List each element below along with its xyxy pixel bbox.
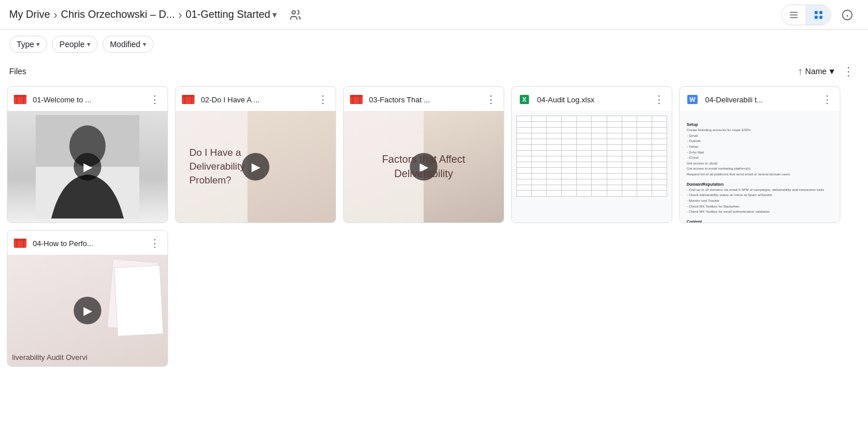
breadcrumb-root[interactable]: My Drive [9,9,50,21]
spreadsheet-preview [516,116,667,197]
svg-rect-27 [14,239,26,241]
grid-view-button[interactable] [806,5,831,25]
xlsx-icon: X [520,95,528,104]
people-filter[interactable]: People ▾ [52,36,98,53]
header: My Drive › Chris Orzechowski – D... › 01… [0,0,868,30]
grid-icon [813,10,824,20]
sort-more-button[interactable]: ⋮ [838,61,859,82]
file-card[interactable]: W 04-Deliverabili t... ⋮ Setup Create br… [679,86,840,223]
card-menu-button[interactable]: ⋮ [315,91,331,108]
shared-people-button[interactable] [284,3,307,26]
film-icon [181,93,195,106]
card-thumbnail: liverability Audit Overvi ▶ [7,255,167,366]
filter-bar: Type ▾ People ▾ Modified ▾ [0,30,868,59]
svg-rect-29 [23,239,24,248]
file-card[interactable]: 01-Welcome to ... ⋮ ▶ [7,86,168,223]
list-icon [789,10,799,20]
docx-icon: W [687,95,698,104]
sort-name-label: Name [805,67,827,76]
card-menu-button[interactable]: ⋮ [651,91,667,108]
modified-filter-arrow: ▾ [143,40,146,48]
card-title: 01-Welcome to ... [33,95,142,104]
people-filter-arrow: ▾ [87,40,90,48]
svg-rect-20 [184,95,185,104]
card-header: 04-How to Perfo... ⋮ [7,231,167,255]
svg-rect-12 [14,95,26,97]
svg-rect-6 [814,16,817,18]
play-button[interactable]: ▶ [74,153,101,181]
card-header: 03-Factors That ... ⋮ [344,87,504,111]
type-filter[interactable]: Type ▾ [9,36,47,53]
video-text-overlay: Factors that Affect Deliverability [344,152,504,181]
file-card[interactable]: 04-How to Perfo... ⋮ liverability Audit … [7,230,168,367]
svg-rect-5 [820,11,823,14]
card-title: 04-Deliverabili t... [705,95,814,104]
card-header: 02-Do I Have A ... ⋮ [176,87,336,111]
breadcrumb-folder2: 01-Getting Started [185,9,270,21]
breadcrumb-sep-1: › [54,8,58,21]
card-header: X 04-Audit Log.xlsx ⋮ [512,87,672,111]
chevron-down-icon: ▾ [272,9,277,20]
svg-rect-14 [23,95,24,104]
play-button[interactable]: ▶ [74,297,101,324]
video-file-icon [180,91,196,108]
card-menu-button[interactable]: ⋮ [819,91,835,108]
card-thumbnail: Do I Have a Deliverability Problem? ▶ [176,111,336,223]
card-menu-button[interactable]: ⋮ [147,91,163,108]
film-icon [349,93,363,106]
svg-rect-7 [820,16,823,18]
breadcrumb-sep-2: › [178,8,182,21]
card-title: 03-Factors That ... [369,95,478,104]
svg-rect-28 [16,239,17,248]
xlsx-file-icon: X [516,91,532,108]
svg-rect-19 [182,95,195,97]
header-actions [781,3,859,26]
sort-name-button[interactable]: Name ▼ [805,67,836,76]
video-file-icon [12,91,28,108]
info-icon [842,9,853,21]
card-thumbnail [512,111,672,223]
card-header: 01-Welcome to ... ⋮ [7,87,167,111]
video-file-icon [348,91,364,108]
sort-area: ↑ Name ▼ ⋮ [798,61,859,82]
card-menu-button[interactable]: ⋮ [147,235,163,251]
files-label: Files [9,67,798,76]
card-thumbnail: Setup Create branding accounts for major… [680,111,840,223]
card-thumbnail: Factors that Affect Deliverability ▶ [344,111,504,223]
card-thumbnail: ▶ [7,111,167,223]
files-grid: 01-Welcome to ... ⋮ ▶ [0,86,868,367]
modified-filter[interactable]: Modified ▾ [102,36,154,53]
info-button[interactable] [836,3,859,26]
svg-rect-13 [16,95,17,104]
breadcrumb-current[interactable]: 01-Getting Started ▾ [185,9,277,21]
card-menu-button[interactable]: ⋮ [483,91,499,108]
file-card[interactable]: 02-Do I Have A ... ⋮ Do I Have a Deliver… [175,86,336,223]
type-filter-arrow: ▾ [36,40,40,48]
svg-rect-24 [352,95,353,104]
docx-file-icon: W [684,91,701,108]
sort-up-icon[interactable]: ↑ [798,66,803,78]
type-filter-label: Type [17,40,34,49]
card-header: W 04-Deliverabili t... ⋮ [680,87,840,111]
video-file-icon [12,235,28,251]
people-filter-label: People [59,40,85,49]
view-toggle [781,5,831,25]
document-preview: Setup Create branding accounts for major… [687,118,833,223]
film-icon [13,93,27,106]
svg-rect-23 [350,95,363,97]
files-header: Files ↑ Name ▼ ⋮ [0,59,868,86]
list-view-button[interactable] [782,5,806,25]
sort-arrow: ▼ [828,67,836,76]
breadcrumb: My Drive › Chris Orzechowski – D... › 01… [9,3,781,26]
card-title: 02-Do I Have A ... [201,95,310,104]
svg-rect-21 [191,95,192,104]
people-icon [289,9,302,21]
card-title: 04-How to Perfo... [33,239,142,248]
file-card[interactable]: 03-Factors That ... ⋮ Factors that Affec… [343,86,504,223]
modified-filter-label: Modified [110,40,140,49]
file-card[interactable]: X 04-Audit Log.xlsx ⋮ [511,86,672,223]
video-bottom-text: liverability Audit Overvi [12,353,87,362]
breadcrumb-folder1[interactable]: Chris Orzechowski – D... [61,9,175,21]
video-text-overlay: Do I Have a Deliverability Problem? [180,146,256,187]
svg-rect-25 [359,95,360,104]
